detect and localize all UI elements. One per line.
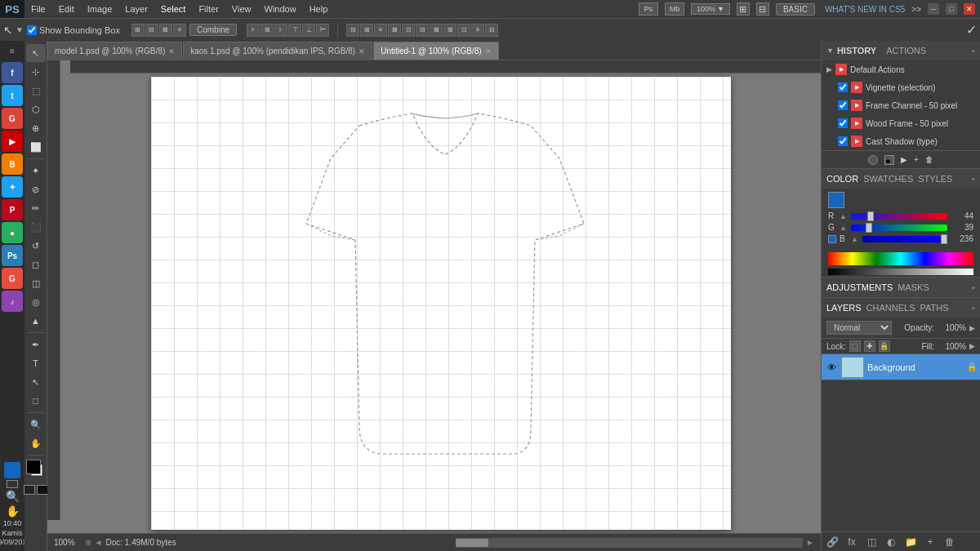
history-check-3[interactable] [838, 136, 848, 146]
pen-tool-btn[interactable]: ✒ [26, 335, 46, 353]
minimize-btn[interactable]: ─ [928, 3, 939, 15]
actions-title[interactable]: ACTIONS [886, 46, 926, 56]
screen-normal-icon[interactable] [24, 485, 35, 495]
play-btn[interactable]: ▶ [901, 155, 907, 164]
youtube-icon[interactable]: ▶ [2, 131, 23, 152]
expand-btn[interactable]: >> [911, 5, 921, 14]
dist-4-icon[interactable]: ⊠ [388, 24, 401, 37]
layers-tab[interactable]: LAYERS [826, 303, 862, 313]
ps-app-icon[interactable]: Ps [2, 245, 23, 266]
blur-btn[interactable]: ◎ [26, 293, 46, 311]
scroll-right-icon[interactable]: ► [806, 538, 814, 547]
h-scrollbar[interactable] [456, 538, 803, 548]
dist-2-icon[interactable]: ⊞ [360, 24, 373, 37]
red-icon[interactable]: G [2, 268, 23, 289]
menu-file[interactable]: File [24, 2, 52, 16]
link-layers-icon[interactable]: 🔗 [825, 535, 840, 549]
adjustment-icon[interactable]: ◐ [884, 535, 898, 549]
blend-mode-select[interactable]: Normal [826, 321, 892, 335]
channels-tab[interactable]: CHANNELS [866, 303, 915, 313]
google-icon[interactable]: G [2, 108, 23, 129]
color-fg-swatch[interactable] [4, 462, 20, 478]
align-mid-icon[interactable]: ⊥ [302, 24, 315, 37]
transform-center-icon[interactable]: ⊟ [145, 24, 158, 37]
facebook-icon[interactable]: f [2, 62, 23, 83]
tab-close-model1[interactable]: ✕ [168, 47, 175, 56]
ps-icon-btn[interactable]: Ps [639, 2, 658, 16]
fill-arrow-icon[interactable]: ▶ [969, 342, 975, 350]
marquee-tool-btn[interactable]: ⬚ [26, 82, 46, 100]
adj-scroll-icon[interactable]: » [972, 284, 975, 291]
sidebar-collapse-btn[interactable]: ≡ [2, 44, 22, 57]
history-check-2[interactable] [838, 118, 848, 128]
r-slider-thumb[interactable] [867, 211, 874, 221]
bw-spectrum[interactable] [828, 269, 973, 275]
eyedropper-btn[interactable]: ✦ [26, 162, 46, 180]
align-top-icon[interactable]: ⊤ [288, 24, 301, 37]
tab-untitled1[interactable]: Untitled-1 @ 100% (RGB/8) ✕ [373, 42, 499, 60]
canvas[interactable] [151, 77, 731, 530]
eraser-btn[interactable]: ◻ [26, 256, 46, 273]
checkmark-icon[interactable]: ✓ [966, 22, 977, 38]
menu-help[interactable]: Help [303, 2, 335, 16]
history-header[interactable]: ▼ HISTORY ACTIONS » [822, 41, 980, 60]
dist-1-icon[interactable]: ⊟ [346, 24, 359, 37]
move-tool-btn[interactable]: ↖ [26, 44, 46, 62]
shape-tool-btn[interactable]: □ [26, 392, 46, 410]
crop-tool-btn[interactable]: ⬜ [26, 138, 46, 156]
dist-3-icon[interactable]: ≡ [374, 24, 387, 37]
heal-tool-btn[interactable]: ⊘ [26, 180, 46, 198]
menu-select[interactable]: Select [154, 2, 193, 16]
menu-edit[interactable]: Edit [52, 2, 81, 16]
g-slider-track[interactable] [851, 224, 947, 231]
stamp-tool-btn[interactable]: ⬛ [26, 218, 46, 236]
pinterest-icon[interactable]: P [2, 199, 23, 220]
twitter-icon[interactable]: t [2, 85, 23, 106]
r-slider-track[interactable] [851, 213, 947, 220]
history-item-2[interactable]: ▶ Wood Frame - 50 pixel [822, 114, 980, 132]
basic-badge[interactable]: BASIC [776, 3, 815, 16]
layers-scroll-icon[interactable]: » [972, 304, 975, 312]
lock-pos-icon[interactable]: ✚ [864, 340, 875, 352]
adjustments-tab[interactable]: ADJUSTMENTS [826, 282, 893, 292]
path-select-btn[interactable]: ↖ [26, 373, 46, 391]
hand-tool-icon[interactable]: ✋ [6, 504, 20, 518]
dodge-btn[interactable]: ▲ [26, 312, 46, 330]
transform-right-icon[interactable]: ⊠ [159, 24, 172, 37]
swatches-tab[interactable]: SWATCHES [863, 174, 913, 184]
color-panel-scroll[interactable]: » [972, 176, 975, 183]
paths-tab[interactable]: PATHS [920, 303, 949, 313]
dist-6-icon[interactable]: ⊟ [416, 24, 429, 37]
dist-9-icon[interactable]: ⊡ [457, 24, 470, 37]
styles-tab[interactable]: STYLES [918, 174, 952, 184]
menu-view[interactable]: View [225, 2, 258, 16]
layer-item-background[interactable]: 👁 Background 🔒 [822, 354, 980, 380]
workspace-btn[interactable]: ⊟ [756, 2, 769, 16]
align-left-icon[interactable]: ⊧ [247, 24, 260, 37]
align-center-icon[interactable]: ⊞ [261, 24, 274, 37]
screen-mode-icon[interactable] [7, 480, 18, 488]
g-slider-thumb[interactable] [866, 223, 872, 233]
menu-image[interactable]: Image [81, 2, 119, 16]
history-check-0[interactable] [838, 82, 848, 92]
lasso-tool-btn[interactable]: ⬡ [26, 100, 46, 118]
align-right-icon[interactable]: ⊦ [274, 24, 287, 37]
history-item-3[interactable]: ▶ Cast Shadow (type) [822, 132, 980, 150]
delete-action-btn[interactable]: 🗑 [925, 155, 933, 164]
masks-tab[interactable]: MASKS [898, 282, 929, 292]
foreground-color[interactable] [26, 460, 41, 474]
align-bottom-icon[interactable]: ⊢ [316, 24, 329, 37]
tab-close-untitled1[interactable]: ✕ [485, 47, 492, 56]
menu-window[interactable]: Window [258, 2, 303, 16]
color-tab[interactable]: COLOR [826, 174, 858, 184]
dist-7-icon[interactable]: ⊠ [430, 24, 443, 37]
bounding-box-label[interactable]: Show Bounding Box [27, 25, 120, 35]
close-btn[interactable]: ✕ [964, 3, 975, 15]
tab-model1[interactable]: model 1.psd @ 100% (RGB/8) ✕ [47, 42, 182, 60]
new-action-btn[interactable]: + [914, 155, 919, 164]
b-slider-track[interactable] [862, 236, 947, 242]
history-check-1[interactable] [838, 100, 848, 110]
arrange-btn[interactable]: ⊞ [737, 2, 750, 16]
history-item-1[interactable]: ▶ Frame Channel - 50 pixel [822, 96, 980, 114]
transform-left-icon[interactable]: ⊞ [131, 24, 145, 37]
